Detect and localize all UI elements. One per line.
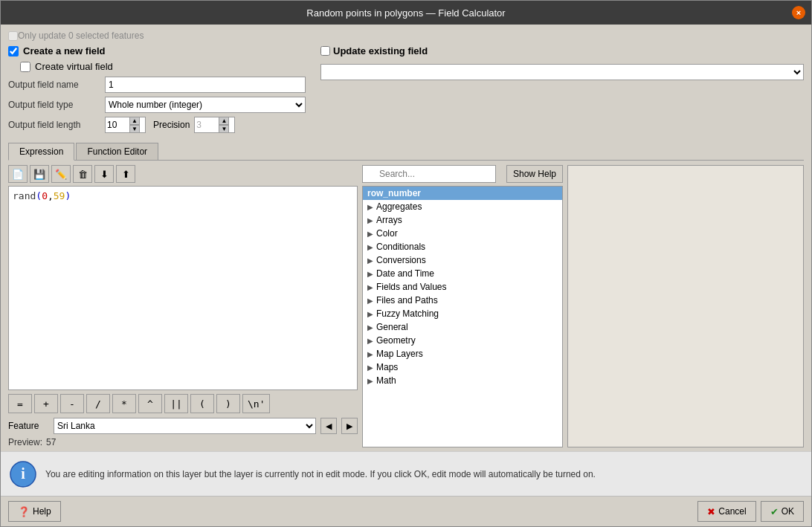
func-item-geometry[interactable]: ▶ Geometry: [363, 334, 562, 347]
create-virtual-checkbox[interactable]: [20, 62, 30, 72]
func-item-fuzzy[interactable]: ▶ Fuzzy Matching: [363, 307, 562, 320]
output-field-name-row: Output field name: [8, 77, 306, 93]
cancel-button[interactable]: ✖ Cancel: [697, 501, 755, 522]
arrow-maps: ▶: [367, 363, 373, 372]
func-name-maps: Maps: [376, 362, 398, 372]
feature-row: Feature Sri Lanka ◀ ▶: [8, 418, 358, 434]
func-name-color: Color: [376, 228, 398, 239]
update-existing-row: Update existing field: [320, 45, 804, 56]
create-new-field-checkbox[interactable]: [8, 46, 19, 56]
show-help-button[interactable]: Show Help: [506, 165, 563, 183]
length-arrows: ▲ ▼: [129, 117, 140, 133]
only-update-checkbox[interactable]: [8, 31, 18, 41]
ok-button[interactable]: ✔ OK: [761, 501, 804, 522]
func-name-row-number: row_number: [367, 188, 421, 198]
dialog: Random points in polygons — Field Calcul…: [0, 0, 812, 527]
search-input[interactable]: [362, 165, 496, 183]
func-item-conversions[interactable]: ▶ Conversions: [363, 253, 562, 267]
prev-feature-button[interactable]: ◀: [320, 418, 337, 434]
arrow-files-paths: ▶: [367, 297, 373, 305]
tab-function-editor[interactable]: Function Editor: [76, 143, 158, 160]
func-item-date-time[interactable]: ▶ Date and Time: [363, 267, 562, 280]
existing-field-select[interactable]: [320, 64, 804, 80]
precision-input[interactable]: [196, 120, 219, 130]
precision-arrows: ▲ ▼: [219, 117, 229, 133]
next-feature-button[interactable]: ▶: [341, 418, 358, 434]
close-button[interactable]: ×: [792, 6, 805, 19]
new-file-button[interactable]: 📄: [8, 165, 28, 183]
arrow-geometry: ▶: [367, 337, 373, 345]
func-item-color[interactable]: ▶ Color: [363, 227, 562, 240]
length-spinbox[interactable]: ▲ ▼: [105, 117, 146, 133]
arrow-general: ▶: [367, 323, 373, 332]
expr-close-paren: ): [65, 190, 71, 201]
search-wrapper: 🔍: [362, 165, 503, 183]
expr-comma: ,: [48, 190, 54, 201]
output-field-name-input[interactable]: [105, 77, 306, 93]
expression-text: rand(0,59): [13, 190, 71, 201]
title-bar: Random points in polygons — Field Calcul…: [1, 1, 811, 25]
func-item-conditionals[interactable]: ▶ Conditionals: [363, 240, 562, 253]
bottom-left: ❓ Help: [8, 501, 61, 522]
op-minus[interactable]: -: [60, 394, 84, 413]
precision-down-arrow[interactable]: ▼: [219, 125, 229, 133]
field-options-row: Create a new field Create virtual field …: [8, 45, 804, 137]
export-button[interactable]: ⬆: [116, 165, 135, 183]
tab-expression[interactable]: Expression: [8, 143, 74, 161]
help-button[interactable]: ❓ Help: [8, 501, 61, 522]
func-item-arrays[interactable]: ▶ Arrays: [363, 213, 562, 227]
tabs: Expression Function Editor: [8, 141, 804, 161]
help-icon: ❓: [18, 506, 30, 517]
length-up-arrow[interactable]: ▲: [129, 117, 140, 125]
right-column: Update existing field: [320, 45, 804, 137]
func-name-fuzzy: Fuzzy Matching: [376, 308, 439, 319]
func-item-aggregates[interactable]: ▶ Aggregates: [363, 200, 562, 213]
import-button[interactable]: ⬇: [94, 165, 114, 183]
op-open-paren[interactable]: (: [190, 394, 214, 413]
op-close-paren[interactable]: ): [216, 394, 240, 413]
op-multiply[interactable]: *: [112, 394, 136, 413]
op-plus[interactable]: +: [34, 394, 58, 413]
length-down-arrow[interactable]: ▼: [129, 125, 140, 133]
arrow-conditionals: ▶: [367, 243, 373, 251]
expr-func: rand: [13, 190, 36, 201]
precision-up-arrow[interactable]: ▲: [219, 117, 229, 125]
op-equals[interactable]: =: [8, 394, 32, 413]
op-newline[interactable]: \n': [242, 394, 270, 413]
only-update-label: Only update 0 selected features: [18, 30, 144, 41]
cancel-label: Cancel: [718, 506, 746, 517]
func-item-general[interactable]: ▶ General: [363, 320, 562, 334]
function-list: row_number ▶ Aggregates ▶ Arrays ▶ Color: [362, 186, 563, 447]
expr-arg1: 0: [42, 190, 48, 201]
op-divide[interactable]: /: [86, 394, 110, 413]
info-icon: i: [10, 461, 36, 488]
func-item-maps[interactable]: ▶ Maps: [363, 361, 562, 374]
op-caret[interactable]: ^: [138, 394, 162, 413]
op-concat[interactable]: ||: [164, 394, 188, 413]
update-existing-checkbox[interactable]: [320, 46, 330, 56]
output-field-type-row: Output field type Whole number (integer): [8, 97, 306, 113]
window-title: Random points in polygons — Field Calcul…: [306, 7, 505, 19]
func-name-general: General: [376, 322, 408, 332]
length-input[interactable]: [107, 120, 129, 130]
func-item-fields-values[interactable]: ▶ Fields and Values: [363, 280, 562, 294]
delete-button[interactable]: 🗑: [73, 165, 92, 183]
func-item-map-layers[interactable]: ▶ Map Layers: [363, 347, 562, 361]
func-name-arrays: Arrays: [376, 215, 402, 225]
expr-arg2: 59: [54, 190, 65, 201]
func-item-files-paths[interactable]: ▶ Files and Paths: [363, 294, 562, 307]
precision-spinbox[interactable]: ▲ ▼: [194, 117, 235, 133]
output-field-type-select[interactable]: Whole number (integer): [105, 97, 306, 113]
func-item-row-number[interactable]: row_number: [363, 187, 562, 200]
edit-button[interactable]: ✏️: [51, 165, 71, 183]
func-name-math: Math: [376, 375, 396, 386]
arrow-date-time: ▶: [367, 270, 373, 278]
func-name-files-paths: Files and Paths: [376, 295, 438, 305]
save-button[interactable]: 💾: [30, 165, 49, 183]
info-bar: i You are editing information on this la…: [1, 451, 811, 496]
expression-editor[interactable]: rand(0,59): [8, 186, 358, 390]
feature-select[interactable]: Sri Lanka: [54, 418, 316, 434]
func-item-math[interactable]: ▶ Math: [363, 374, 562, 387]
func-name-conditionals: Conditionals: [376, 242, 425, 252]
top-row: Only update 0 selected features: [8, 30, 804, 41]
